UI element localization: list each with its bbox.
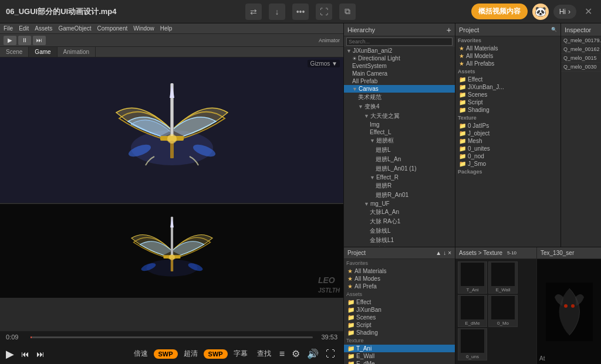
tree-wing-l-an[interactable]: 翅膀L_An (344, 155, 455, 164)
tree-gold-l[interactable]: 金脉线L (344, 226, 455, 236)
project-search-btn[interactable]: 🔍 (551, 27, 557, 32)
proj-mesh[interactable]: 📁Mesh (455, 137, 561, 145)
clarity-swp-badge[interactable]: SWP (154, 349, 178, 359)
tree-angel-wing[interactable]: ▼ 大天使之翼 (344, 111, 455, 121)
search-button[interactable]: 查找 (254, 348, 275, 360)
bottom-all-modes[interactable]: ★All Modes (344, 275, 455, 283)
pip-button[interactable]: ⧉ (339, 4, 356, 20)
volume-button[interactable]: 🔊 (305, 347, 321, 360)
tree-wing-l[interactable]: 翅膀L (344, 145, 455, 155)
tree-vein-ra[interactable]: 大脉 RA心1 (344, 217, 455, 226)
tree-wing-frame[interactable]: ▼ 翅膀框 (344, 136, 455, 145)
tree-wing-r-an01[interactable]: 翅膀R_An01 (344, 190, 455, 200)
proj-all-models[interactable]: ★All Models (455, 52, 561, 60)
subtitle-swp-badge[interactable]: SWP (204, 349, 228, 359)
toolbar-btn-1[interactable]: ▶ (4, 36, 16, 45)
menu-window[interactable]: Window (133, 25, 154, 32)
screen-button[interactable]: ⛶ (316, 4, 332, 20)
bottom-scenes[interactable]: 📁Scenes (344, 314, 455, 321)
insp-item-3[interactable]: Q_melo_0015 (561, 54, 601, 63)
progress-track[interactable] (31, 336, 313, 338)
bottom-script[interactable]: 📁Script (344, 321, 455, 329)
proj-shading[interactable]: 📁Shading (455, 106, 561, 114)
tree-effect-l[interactable]: Effect_L (344, 128, 455, 136)
bottom-proj-up[interactable]: ▲ (435, 250, 441, 256)
proj-object[interactable]: 📁J_object (455, 130, 561, 137)
proj-unites[interactable]: 📁0_unites (455, 145, 561, 152)
menu-edit[interactable]: Edit (19, 25, 29, 32)
menu-help[interactable]: Help (160, 25, 173, 32)
tree-jixunban[interactable]: ▼ JiXunBan_ani2 (344, 47, 455, 55)
bottom-texture-selected[interactable]: 📁T_Ani (344, 345, 455, 352)
proj-all-materials[interactable]: ★All Materials (455, 45, 561, 52)
hierarchy-add-btn[interactable]: + (447, 25, 451, 35)
proj-scenes[interactable]: 📁Scenes (455, 91, 561, 98)
menu-file[interactable]: File (4, 25, 13, 32)
menu-assets[interactable]: Assets (35, 25, 52, 32)
share-button[interactable]: ⇄ (245, 4, 262, 20)
proj-smoke[interactable]: 📁J_Smo (455, 160, 561, 168)
tree-art-spec[interactable]: 美术规范 (344, 93, 455, 102)
proj-nod[interactable]: 📁0_nod (455, 152, 561, 160)
proj-jatips[interactable]: 📁0 JatIPs (455, 122, 561, 130)
tree-all-prefab[interactable]: All Prefab (344, 77, 455, 85)
next-button[interactable]: ⏭ (36, 349, 45, 359)
insp-item-2[interactable]: Q_mele_00162 (561, 45, 601, 54)
fullscreen-button[interactable]: ⛶ (323, 348, 337, 360)
bottom-ewall[interactable]: 📁E_Wall (344, 352, 455, 360)
asset-tani[interactable]: T_Ani (458, 261, 487, 294)
bottom-all-prefa[interactable]: ★All Prefa (344, 283, 455, 290)
tree-main-camera[interactable]: Main Camera (344, 70, 455, 77)
insp-item-4[interactable]: Q_melo_0030 (561, 63, 601, 72)
hi-button[interactable]: Hi › (553, 5, 576, 19)
tree-wing-l-an01[interactable]: 翅膀L_An01 (1) (344, 164, 455, 174)
bottom-all-materials[interactable]: ★All Materials (344, 267, 455, 275)
clarity-button[interactable]: 超清 (180, 348, 201, 360)
tree-gold-l1[interactable]: 金脉线L1 (344, 236, 455, 245)
menu-component[interactable]: Component (97, 25, 128, 32)
tree-canvas[interactable]: ▼ Canvas (344, 85, 455, 93)
settings-button[interactable]: ⚙ (289, 347, 302, 360)
proj-jixunban[interactable]: 📁JiXunBan_J... (455, 83, 561, 91)
speed-button[interactable]: 倍速 (130, 348, 151, 360)
subtitle-button[interactable]: 字幕 (230, 348, 251, 360)
bottom-proj-down[interactable]: ↓ (443, 250, 446, 256)
insp-item-1[interactable]: Q_mele_00179... (561, 36, 601, 45)
asset-edme[interactable]: E_dMe (458, 295, 487, 327)
bottom-effect[interactable]: 📁Effect (344, 298, 455, 306)
tree-transform4[interactable]: ▼ 变换4 (344, 102, 455, 111)
tree-directional-light[interactable]: ☀ Directional Light (344, 55, 455, 62)
tab-game[interactable]: Game (29, 47, 57, 57)
play-button[interactable]: ▶ (6, 348, 14, 360)
download-button[interactable]: ↓ (269, 4, 285, 20)
hierarchy-search[interactable] (346, 38, 453, 46)
asset-uns[interactable]: 0_uns (458, 328, 487, 360)
tree-mg-uf[interactable]: ▼ mg_UF (344, 200, 455, 207)
proj-all-prefabs[interactable]: ★All Prefabs (455, 60, 561, 67)
tree-event-system[interactable]: EventSystem (344, 62, 455, 70)
close-button[interactable]: ✕ (581, 5, 595, 19)
bottom-proj-close[interactable]: × (448, 250, 451, 256)
tab-animation[interactable]: Animation (58, 47, 96, 57)
tab-scene[interactable]: Scene (0, 47, 29, 57)
scene-bottom: LEOJSTLTH (0, 204, 343, 298)
asset-mo[interactable]: 0_Mo (488, 295, 518, 327)
bottom-edme[interactable]: 📁E_dMe (344, 360, 455, 364)
proj-effect[interactable]: 📁Effect (455, 76, 561, 83)
prev-button[interactable]: ⏮ (21, 349, 29, 359)
menu-gameobject[interactable]: GameObject (58, 25, 91, 32)
summary-button[interactable]: 概括视频内容 (471, 4, 528, 19)
bottom-shading[interactable]: 📁Shading (344, 329, 455, 336)
proj-script[interactable]: 📁Script (455, 98, 561, 106)
tree-effect-r[interactable]: ▼ Effect_R (344, 174, 455, 181)
bottom-jixunban[interactable]: 📁JiXunBan (344, 306, 455, 314)
asset-ewall[interactable]: E_Wall (488, 261, 518, 294)
list-button[interactable]: ≡ (277, 348, 287, 360)
toolbar-btn-2[interactable]: ⏸ (18, 36, 31, 45)
tree-img[interactable]: Img (344, 121, 455, 128)
toolbar-btn-3[interactable]: ⏭ (33, 36, 46, 45)
tree-wing-r[interactable]: 翅膀R (344, 181, 455, 190)
tree-vein-la[interactable]: 大脉LA_An (344, 207, 455, 217)
gizmos-label-top[interactable]: Gizmos ▼ (308, 60, 340, 67)
more-button[interactable]: ••• (292, 4, 309, 20)
